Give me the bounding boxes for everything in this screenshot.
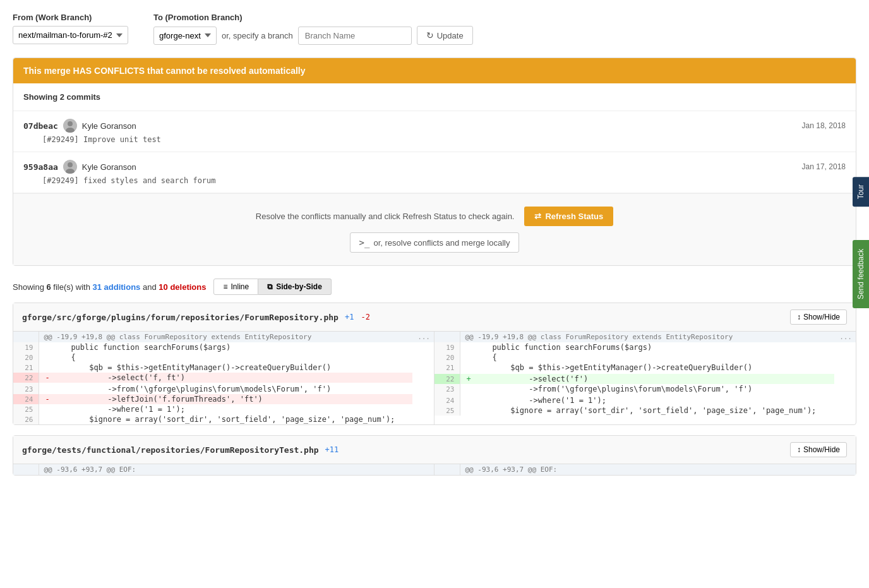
side-by-side-diff: @@ -19,9 +19,8 @@ class ForumRepository … — [13, 332, 856, 424]
resolve-text: Resolve the conflicts manually and click… — [256, 212, 515, 221]
commit-hash: 07dbeac — [23, 121, 58, 131]
avatar — [63, 160, 77, 174]
from-branch-select[interactable]: next/mailman-to-forum-#2 — [13, 26, 128, 44]
refresh-status-button[interactable]: ⇄ Refresh Status — [524, 207, 613, 226]
diff-line: 26 $ignore = array('sort_dir', 'sort_fie… — [13, 414, 434, 424]
additions-badge-2: +11 — [325, 445, 339, 454]
commit-item: 07dbeac Kyle Goranson Jan 18, 2018 [#292… — [13, 111, 856, 152]
view-tabs: ≡ Inline ⧉ Side-by-Side — [213, 279, 331, 295]
refresh-icon: ↻ — [426, 30, 434, 40]
file-path-2: gforge/tests/functional/repositories/For… — [22, 445, 319, 455]
right-panel-2: @@ -93,6 +93,7 @@ EOF: — [434, 464, 856, 475]
diff-line-added: 22 + ->select('f') — [434, 374, 856, 384]
diff-summary-2: +11 — [325, 445, 342, 454]
side-by-side-diff-2: @@ -93,6 +93,7 @@ EOF: @@ -93,6 +93,7 @@… — [13, 464, 856, 475]
diff-line-removed: 22 - ->select('f, ft') — [13, 373, 434, 383]
send-feedback-button[interactable]: Send feedback — [853, 240, 869, 308]
diff-separator: @@ -19,9 +19,8 @@ class ForumRepository … — [13, 332, 434, 342]
update-button[interactable]: ↻ Update — [417, 26, 473, 45]
commit-message: [#29249] fixed styles and search forum — [23, 176, 846, 185]
resolve-section: Resolve the conflicts manually and click… — [13, 193, 856, 265]
avatar — [63, 119, 77, 133]
commit-date: Jan 17, 2018 — [802, 162, 846, 171]
commit-hash: 959a8aa — [23, 162, 58, 172]
additions-count: 31 additions — [93, 282, 141, 292]
diff-line: 25 ->where('1 = 1'); — [13, 404, 434, 414]
branch-selectors: From (Work Branch) next/mailman-to-forum… — [13, 13, 856, 45]
inline-icon: ≡ — [223, 282, 227, 291]
file-diff-header: gforge/src/gforge/plugins/forum/reposito… — [13, 303, 856, 332]
terminal-icon: >_ — [359, 237, 370, 248]
tab-inline[interactable]: ≡ Inline — [213, 279, 258, 295]
deletions-count: 10 deletions — [159, 282, 206, 292]
merge-locally-button[interactable]: >_ or, resolve conflicts and merge local… — [350, 232, 520, 253]
conflict-banner: This merge HAS CONFLICTS that cannot be … — [13, 58, 856, 83]
diff-separator: @@ -19,9 +19,8 @@ class ForumRepository … — [434, 332, 856, 342]
show-hide-button-2[interactable]: ↕ Show/Hide — [790, 442, 847, 457]
toggle-icon: ↕ — [797, 313, 801, 321]
diff-line: 23 ->from('\gforge\plugins\forum\models\… — [13, 384, 434, 394]
diff-line: 19 public function searchForums($args) — [13, 342, 434, 352]
diff-line: 23 ->from('\gforge\plugins\forum\models\… — [434, 384, 856, 394]
diff-stats: Showing 6 file(s) with 31 additions and … — [13, 279, 856, 295]
tab-side-by-side[interactable]: ⧉ Side-by-Side — [258, 279, 332, 295]
commits-container: This merge HAS CONFLICTS that cannot be … — [13, 57, 856, 266]
file-diff-2: gforge/tests/functional/repositories/For… — [13, 435, 856, 476]
additions-badge: +1 — [345, 313, 354, 321]
diff-line: 20 { — [13, 352, 434, 363]
commit-left: 07dbeac Kyle Goranson — [23, 119, 136, 133]
commit-item: 959a8aa Kyle Goranson Jan 17, 2018 [#292… — [13, 152, 856, 193]
resolve-top-row: Resolve the conflicts manually and click… — [256, 207, 613, 226]
svg-point-1 — [68, 121, 73, 126]
commit-message: [#29249] Improve unit test — [23, 135, 846, 144]
commits-header: Showing 2 commits — [13, 83, 856, 111]
right-panel: @@ -19,9 +19,8 @@ class ForumRepository … — [434, 332, 856, 424]
diff-line: 24 ->where('1 = 1'); — [434, 395, 856, 405]
file-diff-1: gforge/src/gforge/plugins/forum/reposito… — [13, 303, 856, 425]
file-diff-header-2: gforge/tests/functional/repositories/For… — [13, 436, 856, 464]
diff-separator-2r: @@ -93,6 +93,7 @@ EOF: — [434, 464, 856, 475]
commit-left: 959a8aa Kyle Goranson — [23, 160, 136, 174]
diff-summary: +1 -2 — [345, 313, 370, 321]
svg-point-4 — [68, 162, 73, 167]
commit-author: Kyle Goranson — [82, 162, 136, 172]
toggle-icon-2: ↕ — [797, 445, 801, 454]
side-by-side-icon: ⧉ — [267, 282, 273, 291]
diff-line: 20 { — [434, 352, 856, 363]
left-panel: @@ -19,9 +19,8 @@ class ForumRepository … — [13, 332, 434, 424]
left-panel-2: @@ -93,6 +93,7 @@ EOF: — [13, 464, 434, 475]
diff-line: 21 $qb = $this->getEntityManager()->crea… — [13, 363, 434, 373]
refresh-icon: ⇄ — [534, 212, 541, 221]
or-text: or, specify a branch — [222, 31, 293, 40]
to-branch-group: To (Promotion Branch) gforge-next or, sp… — [153, 13, 473, 45]
branch-name-input[interactable] — [298, 27, 412, 45]
to-branch-select[interactable]: gforge-next — [153, 27, 217, 45]
diff-line: 21 $qb = $this->getEntityManager()->crea… — [434, 363, 856, 373]
to-branch-label: To (Promotion Branch) — [153, 13, 473, 22]
diff-line: 25 $ignore = array('sort_dir', 'sort_fie… — [434, 405, 856, 416]
deletions-badge: -2 — [361, 313, 370, 321]
tour-button[interactable]: Tour — [853, 177, 869, 207]
diff-line-removed: 24 - ->leftJoin('f.forumThreads', 'ft') — [13, 394, 434, 404]
from-branch-label: From (Work Branch) — [13, 13, 128, 22]
from-branch-group: From (Work Branch) next/mailman-to-forum… — [13, 13, 128, 44]
diff-separator-2: @@ -93,6 +93,7 @@ EOF: — [13, 464, 434, 475]
commit-author: Kyle Goranson — [82, 121, 136, 131]
file-path: gforge/src/gforge/plugins/forum/reposito… — [22, 313, 339, 322]
show-hide-button[interactable]: ↕ Show/Hide — [790, 309, 847, 325]
commit-date: Jan 18, 2018 — [802, 121, 846, 130]
diff-line: 19 public function searchForums($args) — [434, 342, 856, 352]
